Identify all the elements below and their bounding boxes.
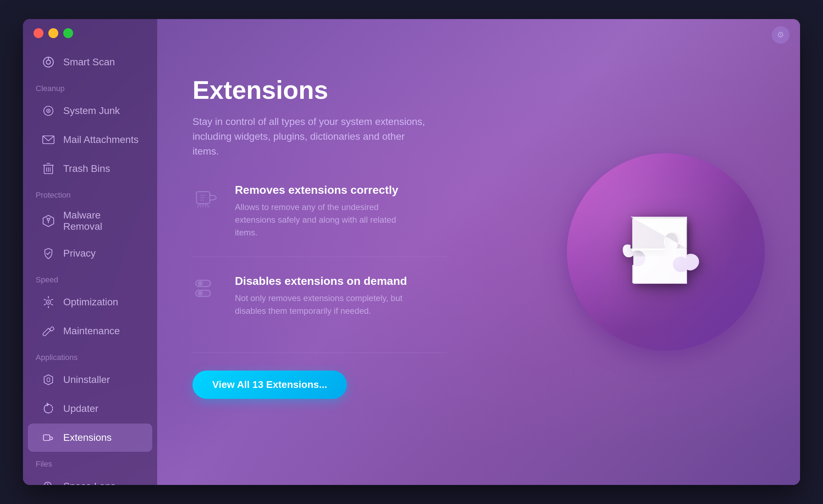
- sidebar-item-malware-removal[interactable]: Malware Removal: [28, 203, 152, 239]
- svg-point-14: [47, 218, 49, 221]
- feature-item-removes: Removes extensions correctly Allows to r…: [193, 184, 447, 257]
- svg-line-52: [207, 204, 209, 207]
- scan-icon: [41, 54, 56, 70]
- svg-point-25: [48, 301, 49, 303]
- page-title: Extensions: [193, 76, 765, 104]
- mail-attachments-label: Mail Attachments: [63, 134, 138, 145]
- remove-extensions-icon: [193, 184, 221, 212]
- smart-scan-label: Smart Scan: [63, 56, 115, 68]
- sidebar-item-mail-attachments[interactable]: Mail Attachments: [28, 126, 152, 154]
- svg-line-51: [205, 204, 206, 207]
- sidebar: Smart Scan Cleanup System Junk Ma: [23, 19, 157, 485]
- minimize-button[interactable]: [48, 28, 58, 38]
- extensions-sidebar-icon: [41, 430, 56, 445]
- sidebar-item-maintenance[interactable]: Maintenance: [28, 317, 152, 345]
- uninstaller-label: Uninstaller: [63, 374, 110, 385]
- sidebar-item-trash-bins[interactable]: Trash Bins: [28, 155, 152, 183]
- maintenance-label: Maintenance: [63, 325, 120, 337]
- maximize-button[interactable]: [63, 28, 73, 38]
- optimization-icon: [41, 294, 56, 310]
- sidebar-item-smart-scan[interactable]: Smart Scan: [28, 48, 152, 76]
- system-junk-icon: [41, 103, 56, 119]
- svg-line-22: [44, 304, 46, 305]
- svg-point-1: [46, 60, 51, 64]
- svg-line-49: [200, 204, 201, 207]
- svg-line-17: [49, 217, 51, 219]
- speed-section-label: Speed: [23, 268, 157, 287]
- svg-point-5: [48, 110, 49, 112]
- feature-text-removes: Removes extensions correctly Allows to r…: [235, 184, 419, 239]
- svg-marker-27: [47, 378, 50, 382]
- trash-bins-label: Trash Bins: [63, 163, 110, 174]
- sidebar-item-extensions[interactable]: Extensions: [28, 424, 152, 452]
- optimization-label: Optimization: [63, 296, 118, 308]
- svg-line-48: [197, 204, 200, 207]
- svg-line-23: [51, 299, 53, 300]
- settings-button[interactable]: [772, 26, 789, 44]
- feature-title-disables: Disables extensions on demand: [235, 275, 419, 288]
- trash-icon: [41, 161, 56, 176]
- disable-extensions-icon: [193, 275, 221, 303]
- sidebar-item-system-junk[interactable]: System Junk: [28, 97, 152, 125]
- svg-line-21: [51, 304, 53, 305]
- feature-desc-disables: Not only removes extensions completely, …: [235, 292, 419, 317]
- mail-icon: [41, 132, 56, 148]
- view-extensions-button[interactable]: View All 13 Extensions...: [193, 371, 347, 399]
- maintenance-icon: [41, 323, 56, 339]
- titlebar: [23, 19, 800, 47]
- app-window: Smart Scan Cleanup System Junk Ma: [23, 19, 800, 485]
- sidebar-item-privacy[interactable]: Privacy: [28, 239, 152, 268]
- updater-icon: [41, 401, 56, 416]
- feature-desc-removes: Allows to remove any of the undesired ex…: [235, 201, 419, 239]
- svg-point-54: [198, 281, 203, 286]
- system-junk-label: System Junk: [63, 105, 120, 116]
- svg-marker-26: [44, 375, 53, 385]
- page-description: Stay in control of all types of your sys…: [193, 114, 433, 159]
- privacy-label: Privacy: [63, 248, 96, 259]
- updater-label: Updater: [63, 403, 99, 414]
- svg-line-20: [44, 299, 46, 300]
- privacy-icon: [41, 246, 56, 261]
- sidebar-item-uninstaller[interactable]: Uninstaller: [28, 366, 152, 394]
- sidebar-item-optimization[interactable]: Optimization: [28, 288, 152, 316]
- cleanup-section-label: Cleanup: [23, 77, 157, 96]
- svg-rect-28: [43, 435, 50, 440]
- files-section-label: Files: [23, 452, 157, 472]
- feature-title-removes: Removes extensions correctly: [235, 184, 419, 197]
- svg-line-16: [46, 217, 47, 219]
- separator: [193, 353, 447, 353]
- applications-section-label: Applications: [23, 346, 157, 365]
- space-lens-label: Space Lens: [63, 481, 116, 485]
- space-lens-icon: [41, 479, 56, 485]
- svg-point-56: [198, 291, 203, 296]
- sidebar-item-updater[interactable]: Updater: [28, 395, 152, 423]
- sidebar-item-space-lens[interactable]: Space Lens: [28, 472, 152, 485]
- extensions-label: Extensions: [63, 432, 112, 443]
- malware-icon: [41, 213, 56, 229]
- feature-item-disables: Disables extensions on demand Not only r…: [193, 275, 447, 335]
- close-button[interactable]: [34, 28, 43, 38]
- main-content: Extensions Stay in control of all types …: [157, 47, 800, 485]
- malware-removal-label: Malware Removal: [63, 210, 140, 232]
- feature-text-disables: Disables extensions on demand Not only r…: [235, 275, 419, 317]
- protection-section-label: Protection: [23, 184, 157, 203]
- uninstaller-icon: [41, 372, 56, 388]
- traffic-lights: [34, 28, 73, 38]
- feature-list: Removes extensions correctly Allows to r…: [193, 184, 447, 335]
